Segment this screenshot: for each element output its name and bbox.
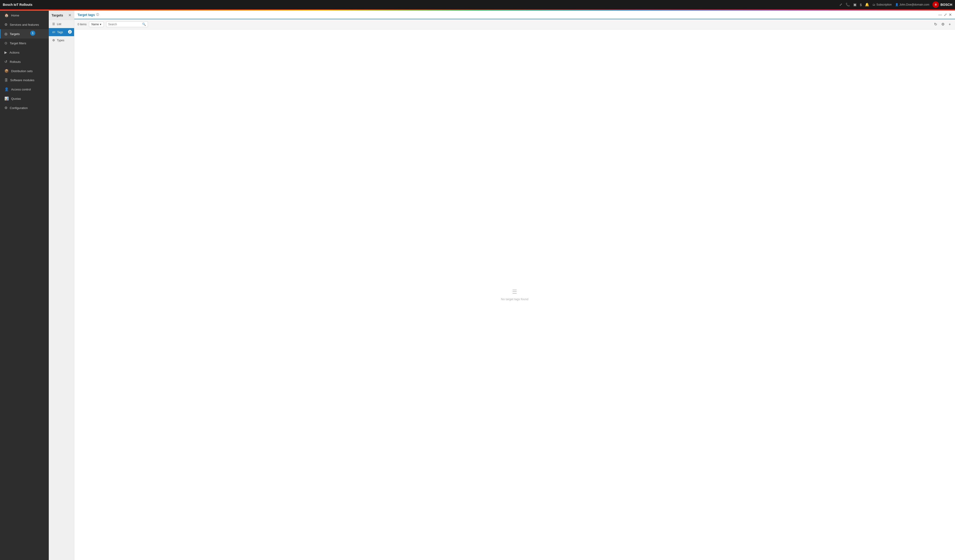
types-icon: ⚙ (52, 39, 55, 42)
layout-icon[interactable]: ▣ (853, 3, 856, 7)
sidebar-item-quotas[interactable]: 📊 Quotas (0, 94, 49, 103)
targets-nav-types[interactable]: ⚙ Types (49, 36, 74, 44)
user-button[interactable]: 👤 John.Doe@domain.com (895, 3, 930, 6)
subscription-label: Subscription (876, 3, 892, 6)
filter-label: Name (91, 23, 99, 26)
sidebar-item-label-software-modules: Software modules (10, 78, 34, 82)
notification-icon[interactable]: 🔔 (865, 3, 869, 7)
sidebar-item-wrapper-targets: ◎ Targets 1 (0, 29, 49, 39)
bosch-logo-icon: B (933, 2, 939, 8)
target-tags-panel: Target tags ⓘ — ⤢ ✕ 0 items Name ▾ (74, 11, 955, 560)
sidebar-item-label-services: Services and features (10, 23, 39, 27)
app-layout: 🏠 Home ⚙ Services and features ◎ Targets… (0, 11, 955, 560)
info-icon[interactable]: ⓘ (96, 13, 99, 17)
access-control-icon: 👤 (5, 87, 9, 91)
sidebar-item-configuration[interactable]: ⚙ Configuration (0, 103, 49, 112)
sidebar-item-home[interactable]: 🏠 Home (0, 11, 49, 20)
sidebar-item-software-modules[interactable]: 🗄 Software modules (0, 76, 49, 85)
targets-sidebar: Targets ✕ ☰ List 🏷 Tags 2 (49, 11, 74, 560)
app-title: Bosch IoT Rollouts (3, 3, 33, 6)
home-icon: 🏠 (5, 13, 9, 17)
filter-dropdown[interactable]: Name ▾ (89, 22, 104, 27)
user-icon: 👤 (895, 3, 899, 6)
empty-state-text: No target tags found (501, 297, 528, 301)
dollar-icon[interactable]: $ (860, 3, 862, 7)
sidebar-item-label-actions: Actions (9, 51, 19, 54)
sidebar-item-label-targets: Targets (10, 32, 20, 36)
targets-nav-list[interactable]: ☰ List (49, 20, 74, 28)
chevron-down-icon: ▾ (100, 23, 101, 26)
main-content: Targets ✕ ☰ List 🏷 Tags 2 (49, 11, 955, 560)
tags-step-badge: 2 (67, 30, 72, 34)
settings-button[interactable]: ⚙ (940, 21, 946, 27)
search-box: 🔍 (106, 21, 148, 27)
list-icon: ☰ (52, 22, 55, 26)
subscription-icon: 🗂 (872, 3, 875, 6)
tags-icon: 🏷 (52, 30, 55, 34)
subscription-button[interactable]: 🗂 Subscription (872, 3, 892, 6)
search-icon: 🔍 (142, 22, 146, 26)
panel-title-text: Target tags (78, 13, 95, 17)
sidebar-item-rollouts[interactable]: ↺ Rollouts (0, 57, 49, 66)
add-button[interactable]: + (948, 21, 952, 27)
top-bar-actions: ⤢ 📞 ▣ $ 🔔 🗂 Subscription 👤 John.Doe@doma… (839, 2, 952, 8)
targets-icon: ◎ (5, 32, 8, 36)
sidebar-item-target-filters[interactable]: ⊙ Target filters (0, 39, 49, 48)
empty-state: ☰ No target tags found (74, 30, 955, 560)
rollouts-icon: ↺ (5, 59, 8, 64)
close-panel-button[interactable]: ✕ (949, 12, 952, 17)
targets-nav-list-label: List (57, 22, 61, 26)
targets-panel: Targets ✕ ☰ List 🏷 Tags 2 (49, 11, 955, 560)
configuration-icon: ⚙ (5, 106, 8, 110)
bosch-logo-text: BOSCH (940, 3, 952, 6)
sidebar-item-services[interactable]: ⚙ Services and features (0, 20, 49, 29)
sidebar-item-label-distribution-sets: Distribution sets (11, 69, 33, 73)
sidebar-item-actions[interactable]: ▶ Actions (0, 48, 49, 57)
search-input[interactable] (108, 23, 141, 26)
sidebar-item-label-rollouts: Rollouts (10, 60, 21, 64)
targets-step-badge: 1 (30, 31, 35, 36)
refresh-button[interactable]: ↻ (933, 21, 938, 27)
sidebar: 🏠 Home ⚙ Services and features ◎ Targets… (0, 11, 49, 560)
actions-icon: ▶ (5, 50, 7, 55)
sidebar-item-access-control[interactable]: 👤 Access control (0, 85, 49, 94)
panel-header: Target tags ⓘ — ⤢ ✕ (74, 11, 955, 19)
sidebar-item-label-home: Home (11, 14, 19, 17)
sidebar-item-label-target-filters: Target filters (10, 42, 26, 45)
sidebar-item-label-quotas: Quotas (11, 97, 21, 100)
targets-nav-tags-label: Tags (57, 31, 63, 34)
app-logo-area: Bosch IoT Rollouts (3, 3, 33, 6)
quotas-icon: 📊 (5, 97, 9, 101)
bosch-logo: B BOSCH (933, 2, 952, 8)
targets-nav-types-label: Types (57, 39, 64, 42)
minimize-button[interactable]: — (938, 13, 942, 17)
targets-panel-title: Targets (52, 14, 63, 17)
target-filters-icon: ⊙ (5, 41, 8, 45)
services-icon: ⚙ (5, 22, 8, 27)
sidebar-item-distribution-sets[interactable]: 📦 Distribution sets (0, 66, 49, 76)
panel-title-area: Target tags ⓘ (78, 13, 99, 17)
items-count: 0 items (78, 23, 87, 26)
empty-state-icon: ☰ (512, 289, 517, 295)
top-bar: Bosch IoT Rollouts ⤢ 📞 ▣ $ 🔔 🗂 Subscript… (0, 0, 955, 10)
panel-toolbar: 0 items Name ▾ 🔍 ↻ ⚙ + (74, 19, 955, 30)
distribution-sets-icon: 📦 (5, 69, 9, 73)
targets-close-button[interactable]: ✕ (68, 13, 71, 17)
phone-icon[interactable]: 📞 (845, 3, 850, 7)
expand-button[interactable]: ⤢ (944, 12, 947, 17)
targets-header: Targets ✕ (49, 11, 74, 20)
sidebar-item-label-configuration: Configuration (10, 106, 28, 110)
user-label: John.Doe@domain.com (900, 3, 930, 6)
sidebar-item-targets[interactable]: ◎ Targets (0, 29, 49, 39)
share-icon[interactable]: ⤢ (839, 3, 842, 7)
software-modules-icon: 🗄 (5, 78, 8, 82)
sidebar-item-label-access-control: Access control (11, 88, 31, 91)
panel-window-controls: — ⤢ ✕ (938, 12, 952, 17)
targets-nav-tags-wrapper: 🏷 Tags 2 (49, 28, 74, 36)
